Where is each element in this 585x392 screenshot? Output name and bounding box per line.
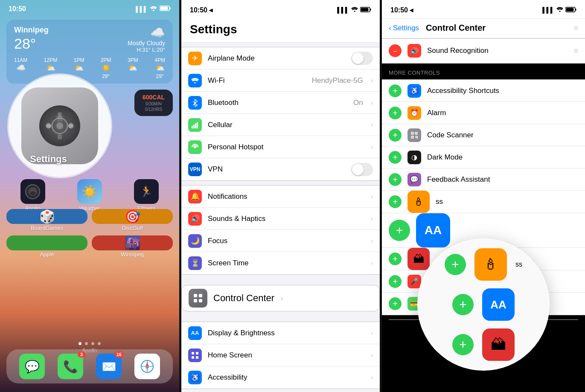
alarm-icon: ⏰ [407, 106, 421, 120]
discgolf-app[interactable]: 🎯 DiscGolf [92, 209, 173, 231]
zoom-circle-overlay: + 🕯 ss + AA + 🏔 [417, 238, 550, 371]
boardgames-app[interactable]: 🎲 BoardGames [6, 209, 87, 231]
settings-list: ✈ Airplane Mode Wi-Fi HendyPlace-5G › Bl… [181, 43, 380, 392]
winnipeg-app[interactable]: 🌆 Winnipeg [92, 235, 173, 258]
control-center-icon [189, 289, 207, 308]
weather-description: Mostly Cloudy [128, 40, 165, 46]
svg-rect-1 [160, 7, 168, 10]
home-status-bar: 10:50 ▌▌▌ [0, 0, 179, 16]
accessibility-row[interactable]: ♿ Accessibility › [181, 366, 380, 389]
fitness-cc-row[interactable]: + 🕯 ss [382, 191, 585, 213]
dot-2 [85, 342, 88, 345]
settings-back-link[interactable]: Settings [393, 24, 419, 32]
alarm-row[interactable]: + ⏰ Alarm [382, 102, 585, 124]
sound-rec-label: Sound Recognition [427, 46, 568, 55]
hotspot-icon [188, 140, 202, 154]
cc-status-icons: ▌▌▌ [542, 7, 576, 14]
accessibility-shortcuts-icon: ♿ [407, 84, 421, 98]
svg-rect-37 [196, 356, 198, 359]
sounds-row[interactable]: 🔊 Sounds & Haptics › [181, 208, 380, 230]
display-row[interactable]: AA Display & Brightness › [181, 322, 380, 344]
zoom-label-partial: ss [515, 261, 522, 268]
sound-rec-remove-btn[interactable]: – [389, 44, 402, 57]
control-center-row[interactable]: Control Center › [181, 285, 380, 311]
screentime-row[interactable]: ⏳ Screen Time › [181, 252, 380, 274]
apollo-app-icon[interactable]: Apollo [20, 179, 45, 212]
weather-app-icon[interactable]: ☀️ Weather [77, 179, 102, 212]
svg-rect-32 [194, 299, 197, 302]
vpn-label: VPN [208, 165, 345, 174]
vpn-toggle[interactable] [351, 163, 373, 176]
airplane-label: Airplane Mode [208, 54, 345, 63]
sound-recognition-row[interactable]: – 🔊 Sound Recognition ≡ [382, 39, 585, 63]
svg-point-24 [194, 82, 195, 83]
add-alarm-btn[interactable]: + [389, 107, 402, 119]
cellular-icon [188, 118, 202, 132]
homescreen-row[interactable]: Home Screen › [181, 344, 380, 366]
add-fitness-btn[interactable]: + [389, 195, 402, 208]
notifications-settings-group: 🔔 Notifications › 🔊 Sounds & Haptics › 🌙… [181, 185, 380, 275]
airplane-toggle[interactable] [351, 52, 373, 65]
alarm-label: Alarm [427, 109, 578, 117]
airplane-icon: ✈ [188, 52, 202, 65]
add-feedback-btn[interactable]: + [389, 173, 402, 186]
zoom-blue-aa-icon: AA [482, 288, 515, 321]
zoom-add-btn-2[interactable]: + [452, 294, 474, 315]
weather-widget[interactable]: Winnipeg 28° ☁️ Mostly Cloudy H:31° L:20… [6, 20, 173, 84]
zoom-orange-icon: 🕯 [474, 248, 507, 281]
dock-safari[interactable] [134, 354, 160, 379]
zoom-add-btn-3[interactable]: + [452, 334, 474, 355]
add-code-scanner-btn[interactable]: + [389, 129, 402, 142]
cellular-chevron: › [371, 121, 373, 129]
personal-hotspot-row[interactable]: Personal Hotspot › [181, 136, 380, 158]
svg-rect-27 [195, 123, 196, 128]
notifications-row[interactable]: 🔔 Notifications › [181, 186, 380, 208]
airplane-mode-row[interactable]: ✈ Airplane Mode [181, 47, 380, 70]
wifi-row[interactable]: Wi-Fi HendyPlace-5G › [181, 70, 380, 92]
svg-rect-34 [192, 352, 194, 354]
homescreen-chevron: › [371, 351, 373, 359]
feedback-label: Feedback Assistant [427, 175, 578, 184]
add-extra-btn[interactable]: + [389, 253, 402, 265]
bluetooth-value: On [353, 99, 363, 107]
add-dark-mode-btn[interactable]: + [389, 151, 402, 164]
add-accessibility-shortcuts-btn[interactable]: + [389, 84, 402, 97]
svg-rect-41 [576, 9, 576, 11]
add-font-size-btn[interactable]: + [389, 220, 410, 241]
svg-rect-25 [192, 126, 193, 128]
focus-row[interactable]: 🌙 Focus › [181, 230, 380, 252]
bluetooth-row[interactable]: Bluetooth On › [181, 92, 380, 114]
feedback-icon: 💬 [407, 173, 421, 186]
svg-rect-40 [566, 8, 574, 11]
focus-icon: 🌙 [188, 234, 202, 248]
cellular-row[interactable]: Cellular › [181, 114, 380, 136]
settings-time: 10:50 ◂ [190, 6, 212, 14]
phone-badge: 3 [78, 351, 85, 357]
code-scanner-row[interactable]: + Code Scanner [382, 124, 585, 146]
weather-hilo: H:31° L:20° [128, 46, 165, 53]
settings-panel: 10:50 ◂ ▌▌▌ Settings ✈ Airplane Mode [181, 0, 380, 392]
wifi-label: Wi-Fi [208, 76, 306, 85]
accessibility-shortcuts-row[interactable]: + ♿ Accessibility Shortcuts [382, 80, 585, 102]
fitness-overlay: 600CAL 0/30MIN 0/12HRS [134, 90, 173, 116]
add-wallet-btn[interactable]: + [389, 297, 402, 310]
cc-active-group: – 🔊 Sound Recognition ≡ [382, 38, 585, 64]
dock-mail[interactable]: ✉️ 16 [96, 354, 122, 379]
svg-rect-47 [412, 136, 413, 137]
settings-float-label: Settings [30, 154, 67, 165]
svg-rect-33 [199, 299, 202, 302]
add-voice-memos-btn[interactable]: + [389, 275, 402, 288]
apple-app[interactable]: Apple [6, 235, 87, 258]
dock-phone[interactable]: 📞 3 [58, 354, 83, 379]
display-settings-group: AA Display & Brightness › Home Screen › [181, 322, 380, 389]
cc-chevron: › [280, 293, 283, 303]
dark-mode-row[interactable]: + ◑ Dark Mode [382, 146, 585, 168]
zoom-add-btn-1[interactable]: + [445, 254, 466, 275]
vpn-row[interactable]: VPN VPN [181, 158, 380, 180]
feedback-assistant-row[interactable]: + 💬 Feedback Assistant [382, 168, 585, 191]
dock-messages[interactable]: 💬 [19, 354, 45, 379]
fitness-app-icon[interactable]: 🏃 Fitness [134, 179, 159, 212]
sound-rec-drag: ≡ [573, 46, 578, 55]
cc-drag-icon: ≡ [573, 23, 578, 32]
wifi-value: HendyPlace-5G [312, 76, 363, 85]
